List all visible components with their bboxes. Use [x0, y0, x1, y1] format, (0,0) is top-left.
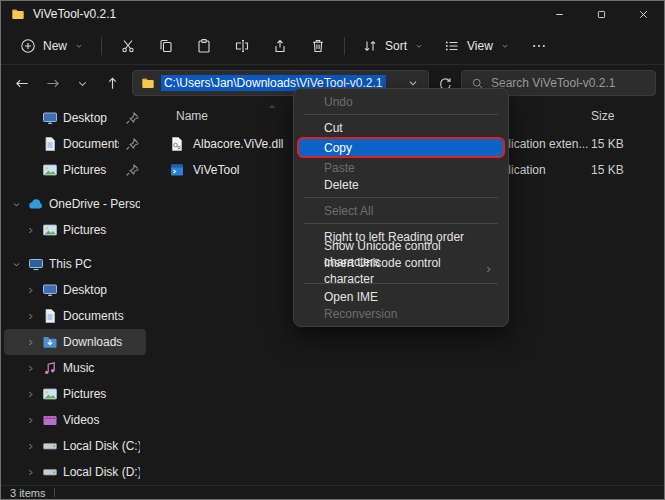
toolbar-icon-group [110, 32, 336, 60]
maximize-button[interactable] [580, 1, 622, 27]
chevron-right-icon[interactable] [23, 361, 37, 375]
pictures-icon [42, 386, 58, 402]
rename-button[interactable] [224, 32, 260, 60]
document-icon [42, 308, 58, 324]
back-arrow-icon [15, 76, 30, 91]
sidebar-item-label: Videos [63, 413, 140, 427]
cut-button[interactable] [110, 32, 146, 60]
copy-icon [158, 38, 174, 54]
view-button[interactable]: View [435, 32, 519, 60]
window-controls [538, 1, 664, 27]
dll-icon [169, 136, 185, 152]
new-button[interactable]: New [11, 32, 93, 60]
sidebar-item-videos[interactable]: Videos [4, 407, 146, 433]
delete-icon [310, 38, 326, 54]
chevron-down-icon[interactable] [9, 197, 23, 211]
maximize-icon [595, 8, 608, 21]
sidebar-item-music[interactable]: Music [4, 355, 146, 381]
recent-locations-button[interactable] [68, 69, 96, 97]
file-size: 15 KB [591, 137, 624, 151]
column-header-size[interactable]: Size [591, 109, 614, 123]
sidebar-item-desktop[interactable]: Desktop [4, 277, 146, 303]
sidebar-item-label: Downloads [63, 335, 140, 349]
sidebar-item-label: OneDrive - Personal [49, 197, 140, 211]
sort-button[interactable]: Sort [353, 32, 433, 60]
submenu-chevron-icon [483, 263, 494, 279]
music-icon [42, 360, 58, 376]
sidebar-item-local-disk-d[interactable]: Local Disk (D:) [4, 459, 146, 485]
titlebar[interactable]: ViVeTool-v0.2.1 [1, 1, 664, 27]
menu-item-label: Undo [324, 94, 353, 110]
toolbar: New Sort View [1, 27, 664, 65]
menu-item-label: Cut [324, 120, 343, 136]
sidebar-item-onedrive-personal[interactable]: OneDrive - Personal [4, 191, 146, 217]
desktop-icon [42, 282, 58, 298]
menu-item-copy[interactable]: Copy [297, 137, 505, 158]
sidebar-item-label: Documents [63, 309, 140, 323]
chevron-down-icon [75, 76, 90, 91]
menu-item-open-ime[interactable]: Open IME [298, 288, 504, 305]
back-button[interactable] [9, 69, 37, 97]
menu-separator [304, 114, 498, 115]
sidebar-item-this-pc[interactable]: This PC [4, 251, 146, 277]
app-icon [169, 162, 185, 178]
chevron-right-icon[interactable] [23, 335, 37, 349]
file-size: 15 KB [591, 163, 624, 177]
more-options-button[interactable] [521, 32, 557, 60]
menu-item-insert-unicode-control-character[interactable]: Insert Unicode control character [298, 262, 504, 279]
toolbar-separator [344, 37, 345, 55]
chevron-down-icon[interactable] [9, 257, 23, 271]
ellipsis-icon [531, 38, 547, 54]
view-icon [444, 38, 460, 54]
chevron-right-icon[interactable] [23, 413, 37, 427]
minimize-button[interactable] [538, 1, 580, 27]
pin-icon [124, 136, 140, 152]
share-icon [272, 38, 288, 54]
sidebar-item-pictures[interactable]: Pictures [4, 157, 146, 183]
rename-icon [234, 38, 250, 54]
paste-button[interactable] [186, 32, 222, 60]
chevron-right-icon[interactable] [23, 309, 37, 323]
column-header-name[interactable]: Name [176, 109, 208, 123]
close-icon [637, 8, 650, 21]
up-button[interactable] [98, 69, 126, 97]
sidebar-item-label: Local Disk (D:) [63, 465, 140, 479]
folder-icon [141, 76, 155, 90]
chevron-right-icon[interactable] [23, 223, 37, 237]
menu-item-cut[interactable]: Cut [298, 119, 504, 136]
cloud-icon [28, 196, 44, 212]
chevron-right-icon[interactable] [23, 439, 37, 453]
chevron-right-icon[interactable] [23, 465, 37, 479]
sort-ascending-indicator-icon [267, 102, 277, 112]
sort-button-label: Sort [385, 39, 407, 53]
menu-item-paste: Paste [298, 159, 504, 176]
file-explorer-window: ViVeTool-v0.2.1 New Sort View [0, 0, 665, 500]
sidebar-item-desktop[interactable]: Desktop [4, 105, 146, 131]
chevron-spacer [23, 163, 37, 177]
sidebar-item-pictures[interactable]: Pictures [4, 217, 146, 243]
close-button[interactable] [622, 1, 664, 27]
sidebar-item-documents[interactable]: Documents [4, 303, 146, 329]
search-input[interactable] [491, 76, 646, 90]
toolbar-separator [101, 37, 102, 55]
forward-button[interactable] [39, 69, 67, 97]
forward-arrow-icon [45, 76, 60, 91]
chevron-down-icon [74, 41, 84, 51]
menu-item-delete[interactable]: Delete [298, 176, 504, 193]
chevron-right-icon[interactable] [23, 283, 37, 297]
paste-icon [196, 38, 212, 54]
copy-button[interactable] [148, 32, 184, 60]
share-button[interactable] [262, 32, 298, 60]
sidebar-item-downloads[interactable]: Downloads [4, 329, 146, 355]
delete-button[interactable] [300, 32, 336, 60]
chevron-right-icon[interactable] [23, 387, 37, 401]
folder-icon [11, 7, 25, 21]
menu-item-label: Reconversion [324, 306, 397, 322]
file-name: ViVeTool [193, 163, 239, 177]
sidebar-item-documents[interactable]: Documents [4, 131, 146, 157]
sidebar-item-label: Pictures [63, 223, 140, 237]
sidebar-item-local-disk-c[interactable]: Local Disk (C:) [4, 433, 146, 459]
sidebar-item-pictures[interactable]: Pictures [4, 381, 146, 407]
sidebar-item-label: Music [63, 361, 140, 375]
view-button-label: View [467, 39, 493, 53]
